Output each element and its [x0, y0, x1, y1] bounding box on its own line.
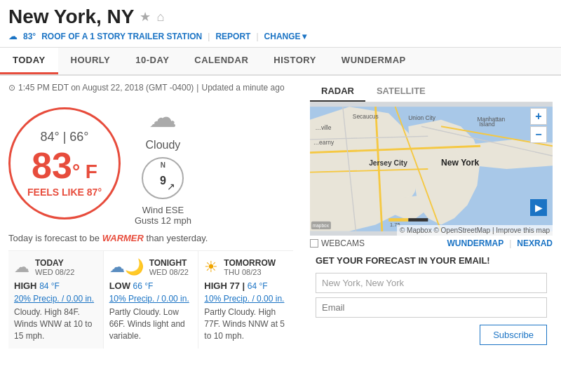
today-label: TODAY	[35, 258, 74, 268]
tab-bar: TODAY HOURLY 10-DAY CALENDAR HISTORY WUN…	[0, 48, 561, 76]
forecast-comparison: Today is forecast to be WARMER than yest…	[8, 233, 293, 243]
wind-north-label: N	[161, 161, 165, 169]
tomorrow-label: TOMORROW	[224, 258, 276, 268]
email-title: GET YOUR FORECAST IN YOUR EMAIL!	[316, 255, 547, 267]
wundermap-link[interactable]: WUNDERMAP	[447, 238, 504, 248]
forecast-cards: ☁ TODAY WED 08/22 HIGH 84 °F 20% Precip.…	[8, 250, 293, 349]
today-desc: Cloudy. High 84F. Winds WNW at 10 to 15 …	[14, 306, 97, 342]
page-title: New York, NY	[8, 6, 134, 28]
map-tab-radar[interactable]: RADAR	[310, 81, 365, 102]
feels-like: FEELS LIKE 87°	[27, 187, 102, 198]
condition-text: Cloudy	[146, 139, 181, 151]
temp-main: 83° F	[32, 147, 97, 184]
svg-rect-18	[408, 218, 428, 222]
map-svg: …ville Secaucus Union City Manhattan Isl…	[310, 102, 553, 236]
today-date: WED 08/22	[35, 268, 74, 276]
feels-like-value: 87°	[87, 187, 102, 198]
tab-today[interactable]: TODAY	[0, 48, 58, 74]
map-zoom-in-button[interactable]: +	[530, 108, 547, 125]
cloud-station-icon: ☁	[8, 31, 18, 41]
wind-compass: N 9 ↗	[142, 157, 184, 199]
tonight-date: WED 08/22	[149, 268, 189, 276]
email-signup: GET YOUR FORECAST IN YOUR EMAIL! Subscri…	[310, 248, 553, 352]
feels-like-label: FEELS LIKE	[27, 187, 84, 198]
today-precip[interactable]: 20% Precip. / 0.00 in.	[14, 294, 97, 304]
tonight-label: TONIGHT	[149, 258, 189, 268]
svg-rect-17	[388, 218, 408, 222]
wind-speed: 9	[160, 175, 166, 187]
map-zoom-out-button[interactable]: −	[530, 126, 547, 143]
temp-high: 84°	[40, 130, 59, 144]
map-container[interactable]: …ville Secaucus Union City Manhattan Isl…	[310, 102, 553, 236]
updated-text: Updated a minute ago	[201, 83, 284, 93]
temp-unit: ° F	[72, 161, 97, 182]
tomorrow-date: THU 08/23	[224, 268, 276, 276]
webcam-checkbox[interactable]	[310, 239, 318, 248]
webcams-toggle[interactable]: WEBCAMS	[310, 238, 365, 248]
webcams-label: WEBCAMS	[321, 238, 365, 248]
map-extra-links: WUNDERMAP | NEXRAD	[447, 238, 553, 248]
main-content: ⊙ 1:45 PM EDT on August 22, 2018 (GMT -0…	[0, 76, 561, 358]
nexrad-link[interactable]: NEXRAD	[517, 238, 553, 248]
map-links-bar: WEBCAMS WUNDERMAP | NEXRAD	[310, 238, 553, 248]
condition-cloud-icon: ☁	[149, 101, 177, 133]
change-label: CHANGE	[264, 32, 301, 41]
today-weather-icon: ☁	[14, 258, 29, 276]
tab-10day[interactable]: 10-DAY	[123, 48, 182, 74]
right-panel: RADAR SATELLITE	[302, 76, 561, 358]
svg-text:Secaucus: Secaucus	[353, 113, 379, 120]
location-input[interactable]	[316, 273, 547, 293]
chevron-down-icon: ▾	[302, 32, 306, 41]
map-play-button[interactable]: ▶	[530, 199, 547, 216]
tab-wundermap[interactable]: WUNDERMAP	[329, 48, 419, 74]
svg-text:…earny: …earny	[313, 139, 334, 146]
temperature-circle: 84° | 66° 83° F FEELS LIKE 87°	[8, 107, 121, 219]
clock-icon: ⊙	[8, 83, 15, 93]
tonight-desc: Partly Cloudy. Low 66F. Winds light and …	[109, 306, 193, 342]
home-icon[interactable]: ⌂	[156, 10, 164, 25]
forecast-card-today: ☁ TODAY WED 08/22 HIGH 84 °F 20% Precip.…	[8, 251, 104, 349]
map-tab-satellite[interactable]: SATELLITE	[365, 81, 437, 102]
map-tab-bar: RADAR SATELLITE	[310, 81, 553, 102]
wind-gusts: Gusts 12 mph	[135, 215, 191, 226]
conditions-display: ☁ Cloudy N 9 ↗ Wind ESE Gusts 12 mph	[135, 101, 191, 226]
left-panel: ⊙ 1:45 PM EDT on August 22, 2018 (GMT -0…	[0, 76, 302, 358]
tomorrow-weather-icon: ☀	[204, 258, 218, 276]
report-link[interactable]: REPORT	[215, 32, 250, 41]
wind-arrow-icon: ↗	[167, 181, 175, 192]
map-controls: + −	[530, 108, 547, 143]
tonight-precip[interactable]: 10% Precip. / 0.00 in.	[109, 294, 193, 304]
tomorrow-precip[interactable]: 10% Precip. / 0.00 in.	[204, 294, 288, 304]
forecast-card-tonight: ☁🌙 TONIGHT WED 08/22 LOW 66 °F 10% Preci…	[104, 251, 199, 349]
station-desc: ROOF OF A 1 STORY TRAILER STATION	[41, 32, 202, 41]
svg-text:Jersey City: Jersey City	[369, 159, 407, 167]
tonight-temp: LOW 66 °F	[109, 281, 193, 291]
svg-text:…ville: …ville	[315, 124, 331, 131]
svg-text:Union City: Union City	[408, 114, 436, 121]
tab-hourly[interactable]: HOURLY	[58, 48, 123, 74]
wind-label: Wind ESE	[135, 205, 191, 215]
weather-display: 84° | 66° 83° F FEELS LIKE 87° ☁ Cloudy	[8, 101, 293, 226]
station-temp: 83°	[23, 32, 36, 41]
change-link[interactable]: CHANGE ▾	[264, 32, 306, 41]
subscribe-button[interactable]: Subscribe	[480, 325, 547, 345]
header: New York, NY ★ ⌂ ☁ 83° ROOF OF A 1 STORY…	[0, 0, 561, 76]
forecast-suffix: than yesterday.	[147, 233, 208, 243]
temp-low: 66°	[69, 130, 88, 144]
today-temp: HIGH 84 °F	[14, 281, 97, 291]
pipe-sep: |	[196, 83, 198, 93]
tomorrow-desc: Partly Cloudy. High 77F. Winds NNW at 5 …	[204, 306, 288, 342]
email-input[interactable]	[316, 297, 547, 318]
timestamp-text: 1:45 PM EDT on August 22, 2018 (GMT -040…	[18, 83, 194, 93]
svg-text:New York: New York	[441, 158, 479, 168]
timestamp-bar: ⊙ 1:45 PM EDT on August 22, 2018 (GMT -0…	[8, 83, 293, 93]
forecast-emphasis: WARMER	[102, 233, 144, 243]
forecast-prefix: Today is forecast to be	[8, 233, 100, 243]
tab-calendar[interactable]: CALENDAR	[182, 48, 261, 74]
map-attribution: © Mapbox © OpenStreetMap | Improve this …	[397, 225, 553, 236]
tonight-weather-icon: ☁🌙	[109, 258, 144, 276]
star-icon[interactable]: ★	[140, 9, 151, 25]
svg-text:mapbox: mapbox	[313, 223, 330, 229]
tab-history[interactable]: HISTORY	[261, 48, 329, 74]
svg-text:Island: Island	[479, 121, 495, 128]
